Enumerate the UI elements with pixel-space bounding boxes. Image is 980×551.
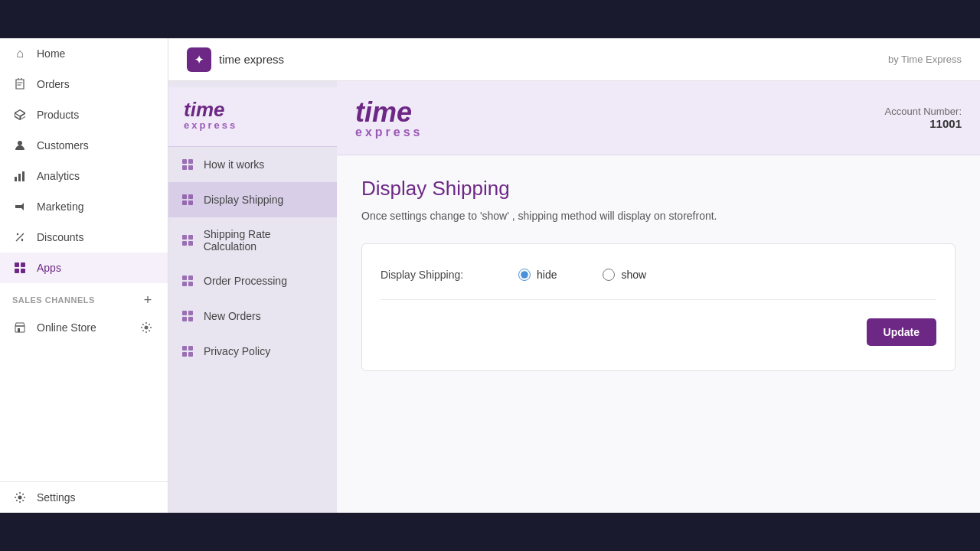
svg-rect-20 [188,201,193,205]
logo-express: express [184,119,322,131]
svg-rect-27 [182,282,187,286]
update-btn-row: Update [381,318,936,346]
radio-hide-input[interactable] [518,269,531,281]
sidebar-item-discounts-label: Discounts [37,231,83,243]
logo-time: time [184,98,224,121]
online-store-label: Online Store [37,321,96,334]
sidebar-item-apps[interactable]: Apps [0,253,168,283]
svg-rect-24 [188,241,193,246]
sidebar-item-discounts[interactable]: Discounts [0,222,168,253]
new-orders-icon [181,309,194,323]
sub-sidebar-item-new-orders[interactable]: New Orders [168,298,337,334]
svg-rect-18 [188,194,193,199]
sidebar-item-marketing-label: Marketing [37,201,83,213]
radio-show-input[interactable] [603,269,615,281]
logo-area: time express Account Number: 11001 [337,81,980,155]
logo-express-large: express [355,126,423,139]
main-sidebar: Home Orders Products Customers Analytics [0,38,168,513]
discounts-icon [12,230,28,245]
app-icon: ✦ [194,54,204,66]
analytics-icon [12,168,28,184]
svg-rect-14 [188,159,193,164]
display-shipping-label: Display Shipping: [381,269,488,281]
settings-icon [12,490,28,505]
marketing-icon [12,199,28,214]
apps-icon [12,260,28,276]
radio-hide-option[interactable]: hide [518,269,557,281]
display-shipping-row: Display Shipping: hide show [381,269,936,300]
svg-rect-19 [182,201,187,205]
svg-point-0 [18,141,22,145]
sidebar-item-analytics-label: Analytics [37,170,80,182]
account-info: Account Number: 11001 [885,106,962,130]
page-content: Display Shipping Once settings change to… [337,155,980,513]
logo-time-large: time [355,96,412,128]
radio-show-option[interactable]: show [603,269,646,281]
sub-sidebar-item-privacy-policy[interactable]: Privacy Policy [168,334,337,369]
sub-sidebar-item-shipping-rate[interactable]: Shipping Rate Calculation [168,217,337,263]
sidebar-item-marketing[interactable]: Marketing [0,191,168,222]
sub-sidebar-item-how-it-works[interactable]: How it works [168,147,337,182]
app-header-title: time express [219,53,284,66]
sub-sidebar-item-order-processing[interactable]: Order Processing [168,263,337,298]
svg-rect-29 [182,311,187,315]
update-button[interactable]: Update [867,318,936,346]
svg-rect-8 [15,269,19,273]
svg-rect-28 [188,282,193,286]
privacy-policy-label: Privacy Policy [204,345,270,357]
app-header: ✦ time express by Time Express [168,38,980,81]
sales-channels-header: SALES CHANNELS + [0,283,168,312]
sidebar-item-orders-label: Orders [37,78,70,90]
sub-sidebar-list: How it worksDisplay ShippingShipping Rat… [168,147,337,369]
sidebar-item-apps-label: Apps [37,262,61,274]
app-icon-box: ✦ [187,47,211,72]
orders-icon [12,77,28,92]
svg-rect-34 [188,346,193,350]
sidebar-item-online-store[interactable]: Online Store [0,312,168,343]
add-sales-channel-button[interactable]: + [140,292,155,308]
sidebar-item-home[interactable]: Home [0,38,168,69]
how-it-works-icon [181,158,194,171]
online-store-settings-icon[interactable] [137,318,155,337]
main-area: ✦ time express by Time Express time expr… [168,38,980,513]
sub-sidebar-item-display-shipping[interactable]: Display Shipping [168,182,337,217]
order-processing-label: Order Processing [204,275,287,287]
svg-rect-31 [182,317,187,321]
sidebar-item-settings[interactable]: Settings [0,482,168,513]
svg-rect-6 [15,262,19,267]
svg-point-12 [18,496,22,500]
app-logo: time [184,99,322,119]
svg-rect-7 [21,262,25,267]
sidebar-item-products-label: Products [37,109,79,121]
privacy-policy-icon [181,344,194,358]
order-processing-icon [181,274,194,288]
app-header-by: by Time Express [888,54,962,65]
sidebar-item-orders[interactable]: Orders [0,69,168,99]
svg-rect-9 [21,269,25,273]
display-shipping-label: Display Shipping [204,194,283,206]
account-number: 11001 [885,117,962,130]
sidebar-item-settings-label: Settings [37,491,76,504]
account-label: Account Number: [885,106,962,117]
sidebar-item-home-label: Home [37,47,65,60]
svg-rect-32 [188,317,193,321]
shipping-rate-label: Shipping Rate Calculation [204,228,325,253]
sidebar-item-products[interactable]: Products [0,99,168,130]
sidebar-item-customers[interactable]: Customers [0,130,168,161]
svg-rect-26 [188,276,193,280]
svg-rect-16 [188,165,193,170]
svg-rect-1 [15,177,17,181]
sidebar-item-analytics[interactable]: Analytics [0,161,168,191]
svg-rect-33 [182,346,187,350]
svg-point-5 [21,240,23,241]
customers-icon [12,138,28,153]
svg-rect-22 [188,235,193,240]
shipping-rate-icon [181,233,194,247]
svg-point-4 [17,233,18,235]
svg-rect-25 [182,276,187,280]
radio-group: hide show [518,269,646,281]
time-express-full-logo: time express [355,96,423,139]
store-icon [12,320,28,335]
svg-rect-17 [182,194,187,199]
svg-rect-30 [188,311,193,315]
